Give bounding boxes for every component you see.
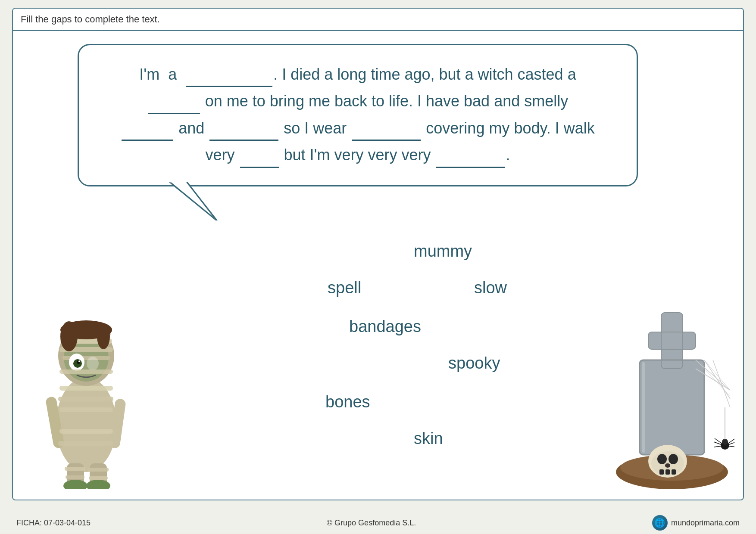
bubble-tail-svg — [169, 182, 225, 220]
bubble-line3b-text: so I wear — [279, 119, 351, 137]
svg-line-3 — [187, 182, 217, 220]
blank-1 — [186, 60, 272, 87]
svg-rect-20 — [59, 386, 113, 391]
svg-rect-25 — [58, 441, 113, 446]
svg-rect-32 — [66, 475, 84, 479]
bubble-line3c-text: covering my body. I walk — [422, 119, 594, 137]
svg-rect-33 — [89, 476, 108, 480]
blank-3 — [122, 114, 173, 141]
svg-rect-55 — [659, 469, 664, 475]
bubble-and-text: and — [174, 119, 209, 137]
svg-point-54 — [665, 463, 670, 468]
word-spell: spell — [328, 279, 361, 297]
word-spooky: spooky — [448, 354, 500, 373]
svg-line-47 — [704, 360, 730, 399]
bubble-text: I'm a . I died a long time ago, but a wi… — [105, 60, 611, 168]
blank-2 — [148, 87, 200, 114]
svg-rect-23 — [60, 418, 112, 423]
svg-rect-21 — [58, 397, 113, 401]
svg-line-65 — [729, 446, 734, 447]
svg-rect-45 — [642, 362, 645, 453]
svg-rect-22 — [59, 407, 113, 412]
svg-point-36 — [97, 323, 110, 349]
bubble-period: . — [506, 146, 510, 164]
bubble-line1-text: I'm a — [139, 65, 185, 83]
main-content: I'm a . I died a long time ago, but a wi… — [13, 31, 743, 498]
word-mummy: mummy — [414, 242, 472, 261]
svg-line-63 — [729, 438, 734, 443]
mummy-svg — [26, 287, 147, 489]
outer-box: Fill the gaps to complete the text. I'm … — [12, 8, 744, 500]
word-list-area: mummy spell slow bandages spooky bones s… — [164, 238, 657, 453]
svg-rect-17 — [59, 369, 113, 374]
word-bones: bones — [325, 393, 370, 411]
word-slow: slow — [474, 279, 507, 297]
footer-ficha: FICHA: 07-03-04-015 — [16, 518, 91, 528]
svg-rect-56 — [665, 469, 670, 475]
blank-7 — [436, 141, 505, 168]
svg-rect-31 — [88, 468, 109, 472]
svg-rect-57 — [672, 469, 676, 475]
footer-brand-area: 🌐 mundoprimaria.com — [652, 515, 740, 531]
instruction-text: Fill the gaps to complete the text. — [21, 14, 160, 25]
bubble-line2b-text: on me to bring me back to life. I have b… — [201, 92, 568, 110]
svg-point-16 — [78, 360, 80, 362]
blank-4 — [209, 114, 278, 141]
page: Fill the gaps to complete the text. I'm … — [0, 0, 756, 534]
word-skin: skin — [414, 429, 443, 448]
footer-copyright: © Grupo Gesfomedia S.L. — [327, 518, 416, 528]
svg-rect-24 — [59, 429, 113, 434]
speech-bubble: I'm a . I died a long time ago, but a wi… — [78, 44, 638, 186]
svg-rect-39 — [640, 360, 704, 455]
svg-point-52 — [657, 454, 667, 464]
svg-line-60 — [715, 438, 721, 443]
svg-rect-41 — [648, 332, 696, 349]
svg-rect-30 — [65, 467, 85, 471]
svg-point-53 — [669, 454, 678, 464]
blank-5 — [352, 114, 421, 141]
grave-svg — [609, 304, 734, 489]
logo-globe-icon: 🌐 — [652, 515, 668, 531]
mummy-image — [26, 287, 147, 489]
bubble-line1b-text: . I died a long time ago, but a witch ca… — [273, 65, 576, 83]
bubble-line4-text: very — [206, 146, 239, 164]
svg-line-2 — [169, 182, 217, 220]
svg-point-13 — [87, 357, 99, 370]
svg-line-62 — [714, 446, 721, 447]
svg-point-5 — [56, 377, 116, 472]
footer: FICHA: 07-03-04-015 © Grupo Gesfomedia S… — [12, 512, 744, 534]
svg-point-35 — [60, 321, 78, 351]
header-bar: Fill the gaps to complete the text. — [13, 9, 743, 31]
blank-6 — [240, 141, 279, 168]
grave-image — [609, 304, 734, 489]
svg-line-48 — [713, 360, 730, 407]
svg-point-59 — [722, 439, 728, 445]
word-bandages: bandages — [349, 317, 421, 336]
footer-brand: mundoprimaria.com — [671, 518, 740, 528]
bubble-line4b-text: but I'm very very very — [280, 146, 435, 164]
